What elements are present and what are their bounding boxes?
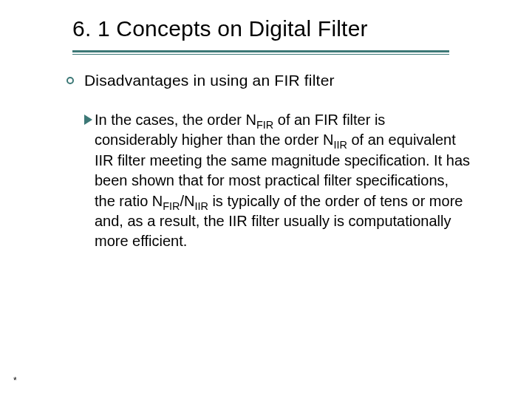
slide: 6. 1 Concepts on Digital Filter Disadvan…	[0, 0, 532, 399]
body-paragraph: In the cases, the order NFIR of an FIR f…	[95, 110, 471, 252]
title-block: 6. 1 Concepts on Digital Filter	[72, 16, 449, 52]
circle-bullet-icon	[66, 77, 74, 84]
slide-title: 6. 1 Concepts on Digital Filter	[72, 16, 449, 41]
footnote-marker: *	[13, 375, 17, 386]
body-sub-1: FIR	[256, 119, 273, 131]
body-sub-2: IIR	[334, 139, 347, 151]
body-sub-3: FIR	[163, 200, 180, 212]
body-sub-4: IIR	[194, 200, 208, 212]
body-seg-1: In the cases, the order N	[95, 112, 256, 128]
title-underline	[72, 50, 449, 52]
subheading: Disadvantages in using an FIR filter	[84, 72, 335, 89]
body-seg-4: /N	[180, 193, 194, 209]
arrow-bullet-icon	[84, 115, 92, 125]
